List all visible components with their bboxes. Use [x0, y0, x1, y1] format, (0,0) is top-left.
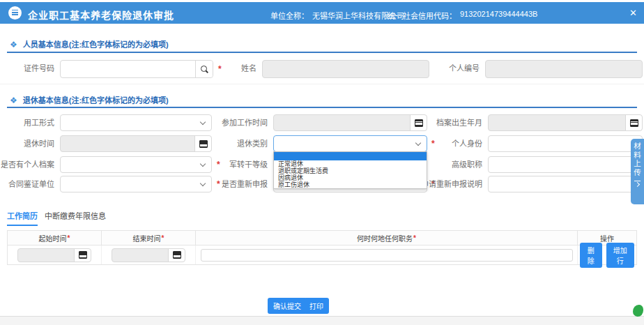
confirm-submit-button[interactable]: 确认提交	[268, 298, 307, 314]
file-birth-date-label: 档案出生年月	[428, 114, 482, 132]
cell-end-time	[102, 245, 196, 264]
divider	[0, 84, 644, 84]
personal-identity-input[interactable]	[488, 135, 643, 152]
required-asterisk: *	[68, 234, 70, 242]
required-asterisk: *	[413, 234, 416, 242]
tab-work-history[interactable]: 工作简历	[7, 210, 38, 226]
section-divider	[7, 107, 637, 108]
senior-title-label: 高级职称	[428, 156, 482, 174]
dropdown-option[interactable]: 正常退休	[274, 160, 427, 167]
tab-divider	[634, 181, 641, 181]
title-bar: 企业职工基本养老保险退休审批 单位全称： 无锡华润上华科技有限公司 统一社会信用…	[0, 2, 644, 24]
retire-date-label: 退休时间	[0, 135, 54, 153]
bottom-strip	[0, 316, 644, 325]
start-time-input	[17, 248, 91, 262]
add-row-button[interactable]: 增加行	[606, 243, 634, 268]
name-label: 姓名	[202, 60, 256, 77]
retire-date-input	[60, 135, 212, 152]
cert-no-label: 证件号码	[0, 60, 54, 77]
person-no-label: 个人编号	[425, 60, 480, 77]
delete-row-button[interactable]: 删除	[580, 243, 602, 268]
dropdown-option[interactable]: 退职或定期生活费	[274, 167, 427, 174]
calendar-button[interactable]	[74, 249, 91, 262]
re-declare-note-input[interactable]	[488, 176, 643, 192]
document-icon	[8, 6, 22, 20]
section-title-person: ❖人员基本信息(注:红色字体标记的为必填项)	[10, 38, 169, 50]
col-header-text: 操作	[600, 233, 614, 243]
material-upload-tab[interactable]: 材料上传	[631, 139, 644, 204]
dropdown-option[interactable]: 因病退休	[274, 174, 427, 181]
col-header-end-time: 结束时间*	[102, 231, 196, 245]
section-divider	[7, 52, 637, 53]
calendar-button[interactable]	[625, 115, 642, 130]
cell-duty	[196, 245, 578, 264]
duty-input[interactable]	[201, 249, 573, 262]
contract-verify-unit-label: 合同鉴证单位	[0, 176, 54, 193]
work-start-date-input	[273, 114, 427, 131]
calendar-icon	[415, 119, 423, 127]
contract-verify-unit-select[interactable]	[60, 176, 212, 192]
calendar-button[interactable]	[194, 136, 211, 151]
name-input	[262, 60, 429, 78]
retire-type-label: 退休类别	[213, 135, 268, 153]
cell-start-time	[8, 245, 102, 264]
section-title-retire: ❖退休基本信息(注:红色字体标记的为必填项)	[10, 94, 169, 105]
chevron-down-icon	[200, 161, 206, 167]
re-declare-label: 是否重新申报	[213, 176, 268, 193]
chevron-down-icon	[415, 140, 421, 146]
calendar-button[interactable]	[410, 115, 427, 130]
col-header-text: 结束时间	[133, 233, 161, 243]
cell-actions: 删除 增加行	[578, 245, 636, 264]
dropdown-option-empty[interactable]	[274, 152, 427, 160]
material-upload-tab-label: 材料上传	[632, 142, 643, 177]
diamond-icon: ❖	[10, 96, 17, 105]
calendar-icon	[79, 251, 87, 259]
section-title-retire-text: 退休基本信息(注:红色字体标记的为必填项)	[23, 96, 169, 105]
section-title-person-text: 人员基本信息(注:红色字体标记的为必填项)	[23, 40, 169, 49]
col-header-start-time: 起始时间*	[8, 231, 102, 245]
personal-identity-label: 个人身份	[428, 135, 482, 153]
close-icon[interactable]: ✕	[629, 8, 637, 18]
page-title: 企业职工基本养老保险退休审批	[28, 8, 174, 22]
file-birth-date-input	[488, 114, 643, 131]
unit-name-label: 单位全称：	[270, 10, 309, 21]
col-header-text: 何时何地任何职务	[357, 233, 413, 243]
work-history-table: 起始时间* 结束时间* 何时何地任何职务* 操作	[7, 230, 637, 265]
dropdown-option[interactable]: 原工伤退休	[274, 181, 427, 188]
end-time-input	[112, 248, 185, 262]
credit-code-value: 91320214739444443B	[460, 10, 537, 18]
table-row: 删除 增加行	[8, 245, 636, 264]
calendar-button[interactable]	[168, 249, 185, 262]
retirement-approval-page: 企业职工基本养老保险退休审批 单位全称： 无锡华润上华科技有限公司 统一社会信用…	[0, 0, 644, 325]
work-start-date-label: 参加工作时间	[213, 114, 268, 132]
employment-type-select[interactable]	[60, 114, 212, 131]
calendar-icon	[199, 140, 208, 148]
chevron-left-icon	[635, 182, 640, 187]
col-header-duty: 何时何地任何职务*	[196, 231, 578, 245]
person-no-input	[485, 60, 643, 78]
has-personal-file-label: 是否有个人档案	[0, 156, 54, 174]
employment-type-label: 用工形式	[0, 114, 54, 132]
floating-plugin-icon[interactable]	[633, 305, 643, 317]
calendar-icon	[173, 251, 181, 259]
retire-type-dropdown: 正常退休 退职或定期生活费 因病退休 原工伤退休	[273, 151, 427, 189]
has-personal-file-select[interactable]	[60, 156, 212, 173]
cert-no-input[interactable]	[60, 60, 213, 78]
retire-type-select[interactable]	[273, 135, 427, 152]
senior-title-input[interactable]	[488, 156, 643, 173]
print-button[interactable]: 打印	[304, 298, 329, 314]
military-cadre-level-label: 军转干等级	[213, 156, 268, 174]
required-asterisk: *	[162, 234, 164, 242]
chevron-down-icon	[200, 181, 206, 186]
tab-interrupt-payment-info[interactable]: 中断缴费年限信息	[45, 210, 106, 225]
diamond-icon: ❖	[10, 40, 17, 50]
calendar-icon	[630, 119, 638, 127]
credit-code-label: 统一社会信用代码：	[388, 10, 457, 21]
table-header-row: 起始时间* 结束时间* 何时何地任何职务* 操作	[8, 231, 636, 245]
chevron-down-icon	[200, 119, 206, 125]
col-header-text: 起始时间	[39, 233, 67, 243]
